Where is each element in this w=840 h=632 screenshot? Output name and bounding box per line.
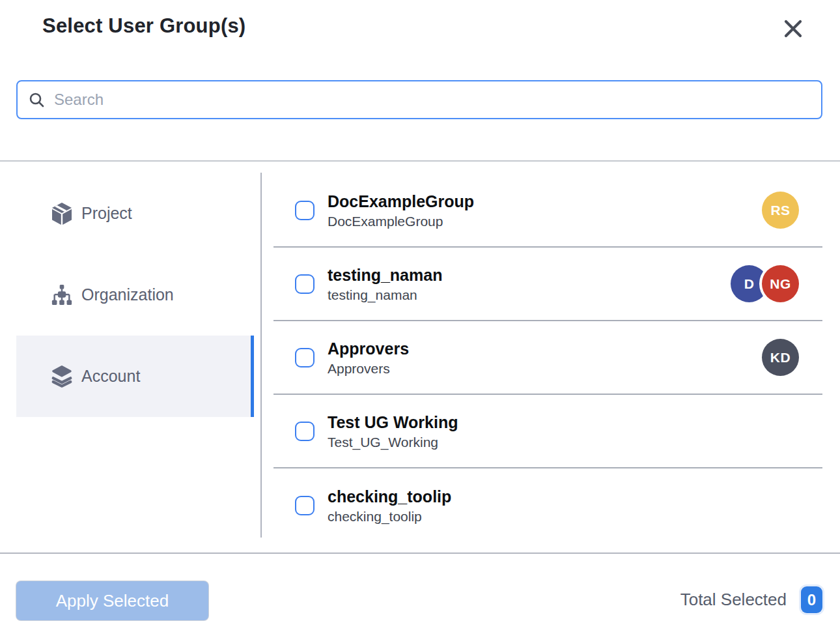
scope-tabs: Project Organization	[16, 173, 254, 417]
close-button[interactable]	[780, 16, 806, 42]
list-item[interactable]: Approvers Approvers KD	[273, 321, 822, 395]
tab-organization-label: Organization	[81, 285, 174, 304]
group-subtitle: testing_naman	[328, 286, 442, 304]
group-checkbox[interactable]	[295, 201, 315, 220]
search-input[interactable]	[54, 81, 813, 118]
cube-icon	[51, 202, 73, 225]
group-title: Test UG Working	[328, 412, 458, 433]
group-title: testing_naman	[328, 265, 442, 285]
org-chart-icon	[51, 284, 73, 306]
avatar-group: KD	[762, 339, 799, 376]
list-item[interactable]: testing_naman testing_naman D NG	[273, 248, 822, 321]
avatar: KD	[762, 339, 799, 376]
group-title: checking_toolip	[328, 486, 451, 507]
footer-divider	[0, 553, 840, 554]
group-checkbox[interactable]	[295, 422, 315, 441]
total-selected-count-badge: 0	[801, 586, 822, 613]
page-title: Select User Group(s)	[42, 14, 245, 38]
total-selected: Total Selected 0	[680, 586, 822, 613]
header-divider	[0, 160, 840, 162]
group-title: DocExampleGroup	[328, 191, 474, 212]
avatar-group: D NG	[731, 265, 799, 302]
tab-account[interactable]: Account	[16, 336, 254, 417]
group-subtitle: DocExampleGroup	[328, 212, 474, 230]
list-item[interactable]: checking_toolip checking_toolip	[273, 468, 822, 542]
search-icon	[29, 92, 45, 108]
group-title: Approvers	[328, 338, 409, 359]
user-group-list: DocExampleGroup DocExampleGroup RS testi…	[273, 174, 822, 542]
group-checkbox[interactable]	[295, 274, 315, 294]
avatar-group: RS	[762, 192, 799, 229]
group-subtitle: Approvers	[328, 360, 409, 377]
list-item[interactable]: DocExampleGroup DocExampleGroup RS	[273, 174, 822, 248]
avatar: NG	[762, 265, 799, 302]
group-subtitle: Test_UG_Working	[328, 433, 458, 451]
apply-selected-button[interactable]: Apply Selected	[16, 581, 208, 620]
group-subtitle: checking_toolip	[328, 508, 451, 525]
panel-divider	[260, 173, 262, 538]
tab-account-label: Account	[81, 367, 140, 386]
layers-icon	[51, 365, 73, 388]
close-icon	[783, 19, 803, 38]
total-selected-label: Total Selected	[680, 590, 787, 610]
list-item[interactable]: Test UG Working Test_UG_Working	[273, 395, 822, 468]
tab-organization[interactable]: Organization	[16, 254, 254, 336]
group-checkbox[interactable]	[295, 348, 315, 367]
tab-project-label: Project	[81, 204, 132, 223]
tab-project[interactable]: Project	[16, 173, 254, 254]
avatar: RS	[762, 192, 799, 229]
group-checkbox[interactable]	[295, 496, 315, 515]
search-box[interactable]	[16, 80, 822, 119]
